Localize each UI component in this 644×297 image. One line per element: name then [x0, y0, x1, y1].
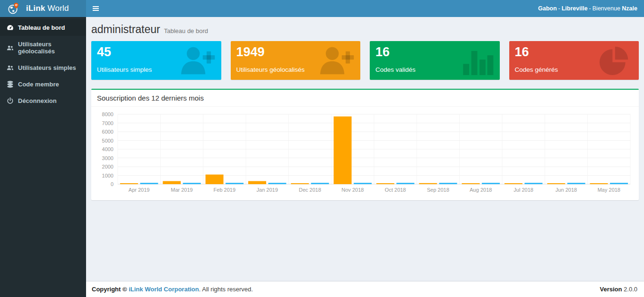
page-title: administrateur	[91, 23, 160, 35]
navbar-username: Nzale	[622, 5, 637, 12]
footer-version-label: Version	[600, 286, 622, 293]
svg-text:Dec 2018: Dec 2018	[299, 187, 321, 193]
chart-title: Souscription des 12 derniers mois	[91, 90, 639, 107]
globe-pin-icon: $	[8, 2, 20, 15]
svg-text:8000: 8000	[102, 111, 113, 117]
sidebar-item-label: Tableau de bord	[18, 24, 65, 31]
pie-chart-icon	[594, 44, 634, 79]
page-subtitle: Tableau de bord	[164, 27, 208, 34]
footer-copyright-suffix: . All rights reserved.	[199, 286, 253, 293]
subscriptions-panel: Souscription des 12 derniers mois 010002…	[91, 89, 639, 200]
navbar-city: Libreville	[562, 5, 588, 12]
footer-copyright: Copyright © iLink World Corporation. All…	[92, 286, 253, 293]
svg-text:Jun 2018: Jun 2018	[556, 187, 577, 193]
sidebar-item-label: Code membre	[18, 81, 59, 88]
navbar-separator: -	[558, 5, 560, 12]
sidebar-item-tableau-de-bord[interactable]: Tableau de bord	[0, 19, 86, 36]
navbar-country: Gabon	[538, 5, 557, 12]
user-plus-icon	[316, 44, 356, 79]
navbar-user-info: Gabon-Libreville-Bienvenue Nzale	[538, 5, 644, 12]
brand-name-bold: iLink	[26, 4, 45, 13]
navbar-separator: -	[589, 5, 591, 12]
chart-body: 010002000300040005000600070008000Apr 201…	[91, 107, 639, 200]
svg-text:Apr 2019: Apr 2019	[129, 187, 150, 193]
svg-text:Feb 2019: Feb 2019	[214, 187, 235, 193]
svg-text:0: 0	[111, 181, 113, 187]
power-icon	[7, 97, 14, 104]
svg-text:Nov 2018: Nov 2018	[341, 187, 364, 193]
svg-text:5000: 5000	[102, 138, 113, 144]
users-icon	[7, 64, 14, 71]
svg-text:Sep 2018: Sep 2018	[427, 187, 449, 193]
content-header: administrateurTableau de bord	[86, 17, 644, 41]
svg-text:4000: 4000	[102, 146, 113, 152]
bar-chart-icon	[455, 44, 495, 79]
sidebar-item-utilisateurs-geolocalises[interactable]: Utilisateurs géolocalisés	[0, 36, 86, 59]
svg-text:$: $	[16, 4, 17, 6]
footer-copyright-prefix: Copyright ©	[92, 286, 127, 293]
sidebar-item-code-membre[interactable]: Code membre	[0, 76, 86, 93]
stat-cards-row: 45 Utilisateurs simples 1949 Utilisateur…	[91, 41, 639, 80]
svg-text:May 2018: May 2018	[598, 187, 620, 193]
sidebar-item-deconnexion[interactable]: Déconnexion	[0, 93, 86, 109]
subscriptions-bar-chart: 010002000300040005000600070008000Apr 201…	[96, 110, 633, 195]
sidebar-item-utilisateurs-simples[interactable]: Utilisateurs simples	[0, 59, 86, 76]
svg-text:1000: 1000	[102, 173, 113, 178]
svg-text:3000: 3000	[102, 155, 113, 161]
footer: Copyright © iLink World Corporation. All…	[86, 281, 644, 297]
navbar-welcome-text: Bienvenue	[592, 5, 620, 12]
footer-company-link[interactable]: iLink World Corporation	[129, 286, 199, 293]
sidebar-toggle-button[interactable]	[86, 0, 105, 17]
svg-text:Oct 2018: Oct 2018	[385, 187, 406, 193]
brand-name-light: World	[48, 4, 69, 13]
navbar-main: Gabon-Libreville-Bienvenue Nzale	[86, 0, 644, 17]
user-plus-icon	[177, 44, 217, 79]
svg-text:Mar 2019: Mar 2019	[171, 187, 192, 193]
footer-version-number: 2.0.0	[624, 286, 637, 293]
svg-text:Jan 2019: Jan 2019	[257, 187, 278, 193]
svg-text:6000: 6000	[102, 129, 113, 135]
card-utilisateurs-simples[interactable]: 45 Utilisateurs simples	[91, 41, 221, 80]
sidebar: Tableau de bord Utilisateurs géolocalisé…	[0, 17, 86, 297]
sidebar-item-label: Utilisateurs simples	[18, 64, 76, 71]
svg-text:Jul 2018: Jul 2018	[513, 187, 533, 193]
card-codes-valides[interactable]: 16 Codes validés	[370, 41, 500, 80]
brand-name: iLink World	[26, 4, 69, 13]
card-utilisateurs-geolocalises[interactable]: 1949 Utilisateurs géolocalisés	[231, 41, 361, 80]
brand-logo[interactable]: $ iLink World	[0, 0, 86, 17]
card-codes-generes[interactable]: 16 Codes générés	[509, 41, 639, 80]
sidebar-item-label: Utilisateurs géolocalisés	[18, 41, 79, 55]
database-icon	[7, 81, 14, 88]
top-navbar: $ iLink World Gabon-Libreville-Bienvenue…	[0, 0, 644, 17]
svg-text:2000: 2000	[102, 164, 113, 170]
users-icon	[7, 44, 14, 51]
footer-version: Version 2.0.0	[600, 286, 637, 293]
svg-text:7000: 7000	[102, 120, 113, 126]
svg-text:Aug 2018: Aug 2018	[470, 187, 492, 193]
sidebar-item-label: Déconnexion	[18, 97, 57, 104]
dashboard-icon	[7, 24, 14, 31]
